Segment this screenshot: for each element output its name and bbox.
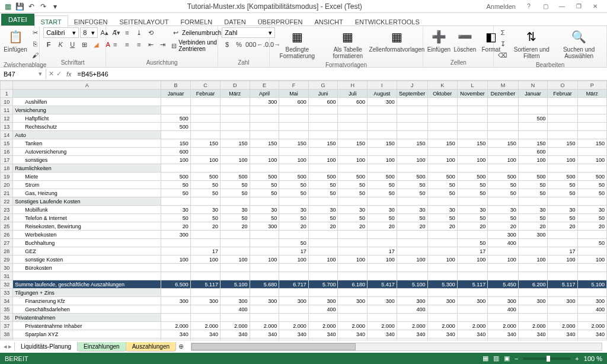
cell[interactable]: [338, 231, 368, 239]
cell[interactable]: [308, 231, 338, 239]
fill-color-icon[interactable]: ◢: [91, 39, 101, 50]
cell[interactable]: [190, 123, 220, 131]
cell[interactable]: 500: [161, 123, 191, 131]
cell[interactable]: [518, 239, 548, 247]
decrease-indent-icon[interactable]: ⇤: [145, 39, 156, 50]
align-left-icon[interactable]: ≡: [110, 39, 120, 50]
cell[interactable]: 500: [220, 173, 250, 181]
cell[interactable]: 2.000: [397, 322, 427, 330]
cell[interactable]: [488, 123, 519, 131]
cell[interactable]: 150: [308, 139, 338, 148]
row-label[interactable]: sonstige Kosten: [13, 256, 161, 264]
cell[interactable]: [548, 231, 577, 239]
cell[interactable]: [308, 239, 338, 247]
cell[interactable]: 50: [220, 214, 250, 222]
cell[interactable]: 100: [250, 156, 279, 164]
cell[interactable]: 20: [279, 222, 309, 231]
cell[interactable]: 100: [548, 256, 577, 264]
cell[interactable]: [548, 123, 577, 131]
cell[interactable]: 50: [577, 189, 606, 197]
cell[interactable]: 100: [457, 156, 488, 164]
autosum-icon[interactable]: Σ: [497, 27, 508, 38]
cell[interactable]: [279, 148, 309, 156]
font-selector[interactable]: Calibri▾: [43, 27, 79, 38]
cell[interactable]: 340: [279, 330, 309, 339]
cell[interactable]: 5.117: [190, 280, 220, 289]
border-icon[interactable]: ⊞: [79, 39, 90, 50]
col-header-P[interactable]: P: [577, 81, 606, 90]
row-label[interactable]: Räumlichkeiten: [13, 164, 161, 173]
cell[interactable]: 100: [457, 256, 488, 264]
cell[interactable]: 150: [250, 139, 279, 148]
cell[interactable]: 400: [488, 239, 519, 247]
align-center-icon[interactable]: ≡: [122, 39, 132, 50]
name-box[interactable]: B47▾: [0, 69, 46, 79]
cell[interactable]: [368, 264, 397, 272]
cell[interactable]: 20: [220, 222, 250, 231]
cell[interactable]: 340: [190, 330, 220, 339]
cell[interactable]: 100: [161, 256, 191, 264]
col-header-L[interactable]: L: [457, 81, 488, 90]
comma-icon[interactable]: 000: [245, 39, 256, 50]
cell[interactable]: [161, 264, 191, 272]
cell[interactable]: [427, 98, 457, 106]
bold-button[interactable]: F: [43, 39, 54, 50]
cell[interactable]: [220, 247, 250, 256]
row-header-22[interactable]: 22: [1, 197, 13, 206]
cell[interactable]: 100: [397, 156, 427, 164]
row-label[interactable]: Privatentnahmen: [13, 314, 161, 322]
cell[interactable]: 25: [577, 339, 606, 340]
cell[interactable]: [190, 114, 220, 123]
cell[interactable]: 500: [368, 173, 397, 181]
cell[interactable]: 20: [427, 222, 457, 231]
cell[interactable]: 5.300: [427, 280, 457, 289]
col-header-E[interactable]: E: [250, 81, 279, 90]
cell[interactable]: [457, 123, 488, 131]
row-label[interactable]: Sparplan XYZ: [13, 339, 161, 340]
align-top-icon[interactable]: ⤒: [110, 27, 120, 38]
cell[interactable]: 50: [279, 181, 309, 189]
cell[interactable]: 17: [368, 247, 397, 256]
cell[interactable]: [190, 305, 220, 314]
cell[interactable]: [518, 247, 548, 256]
row-label[interactable]: Aushilfen: [13, 98, 161, 106]
cell[interactable]: [457, 148, 488, 156]
cell[interactable]: 25: [518, 339, 548, 340]
cell[interactable]: 50: [427, 181, 457, 189]
cell[interactable]: 5.100: [397, 280, 427, 289]
col-header-B[interactable]: B: [161, 81, 191, 90]
col-header-G[interactable]: G: [308, 81, 338, 90]
row-header-37[interactable]: 37: [1, 322, 13, 330]
col-header-C[interactable]: C: [190, 81, 220, 90]
cell[interactable]: 300: [397, 297, 427, 305]
cell[interactable]: 5.100: [220, 280, 250, 289]
cell[interactable]: 340: [488, 330, 519, 339]
cell[interactable]: [190, 264, 220, 272]
sheet-tab[interactable]: Einzahlungen: [77, 342, 126, 352]
cell[interactable]: 500: [250, 173, 279, 181]
sort-filter-button[interactable]: ⇅Sortieren und Filtern: [510, 27, 552, 60]
cell[interactable]: 50: [220, 189, 250, 197]
cell[interactable]: 300: [518, 297, 548, 305]
cell[interactable]: 500: [518, 173, 548, 181]
wrap-icon[interactable]: ↩: [170, 27, 181, 38]
cell[interactable]: 340: [250, 330, 279, 339]
cell[interactable]: [577, 231, 606, 239]
signin-link[interactable]: Anmelden: [486, 3, 516, 10]
cell[interactable]: 30: [250, 206, 279, 214]
cell[interactable]: [250, 231, 279, 239]
cell[interactable]: [427, 239, 457, 247]
cell[interactable]: 2.000: [548, 322, 577, 330]
cell[interactable]: [397, 247, 427, 256]
cell[interactable]: 20: [161, 222, 191, 231]
cell[interactable]: [488, 98, 519, 106]
cell[interactable]: 30: [518, 206, 548, 214]
cell[interactable]: 17: [548, 247, 577, 256]
cell[interactable]: 17: [279, 247, 309, 256]
cell[interactable]: 50: [279, 214, 309, 222]
view-break-icon[interactable]: ▣: [504, 355, 510, 362]
row-label[interactable]: Sonstiges Laufende Kosten: [13, 197, 161, 206]
cell[interactable]: 300: [161, 231, 191, 239]
cell[interactable]: [338, 247, 368, 256]
qat-dropdown-icon[interactable]: ▾: [50, 1, 60, 12]
